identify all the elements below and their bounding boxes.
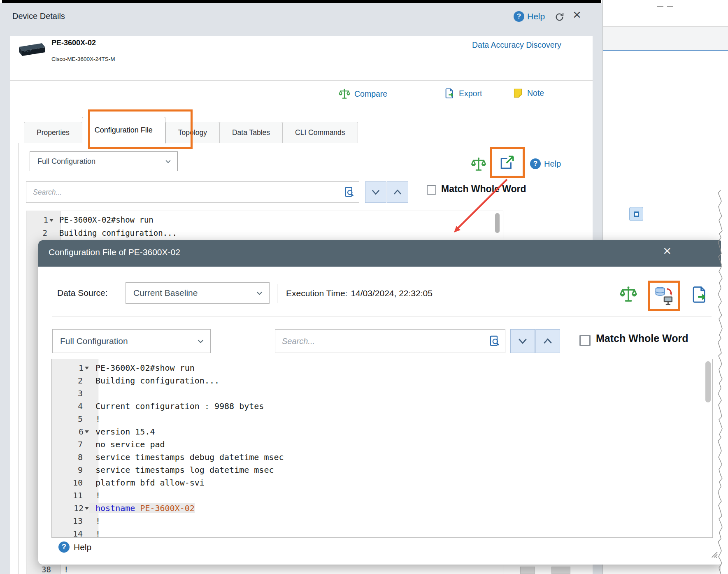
modal-compare-icon[interactable]: [619, 285, 638, 305]
code-text: Current configuration : 9988 bytes: [89, 401, 264, 411]
search-icon[interactable]: [488, 335, 501, 348]
modal-view-select[interactable]: Full Configuration: [52, 329, 211, 353]
code-text: !: [89, 516, 100, 526]
divider: [277, 284, 277, 303]
tab-properties[interactable]: Properties: [24, 122, 82, 143]
modal-view-select-value: Full Configuration: [60, 336, 128, 346]
code-text: service timestamps log datetime msec: [89, 465, 274, 475]
caret-spacer: [84, 455, 89, 459]
line-number: 4: [78, 401, 83, 411]
modal-match-whole-word-checkbox[interactable]: [579, 335, 591, 346]
note-button[interactable]: Note: [512, 88, 544, 99]
fold-caret-icon[interactable]: [49, 219, 53, 222]
code-line-3: 3: [52, 387, 712, 400]
code-line-13: 13!: [52, 514, 712, 527]
scrollbar-thumb[interactable]: [495, 213, 500, 233]
help-icon: ?: [514, 11, 524, 22]
code-line-10: 10platform bfd allow-svi: [52, 476, 712, 489]
database-to-device-icon[interactable]: [654, 285, 675, 307]
compare-scales-icon: [338, 88, 351, 100]
line-number: 11: [73, 490, 83, 500]
data-source-select[interactable]: Current Baseline: [126, 282, 270, 304]
modal-find-next-button[interactable]: [510, 329, 535, 353]
chevron-down-icon: [256, 289, 263, 297]
config-view-select[interactable]: Full Configuration: [30, 151, 178, 171]
data-source-value: Current Baseline: [133, 288, 198, 298]
data-accuracy-discovery-link[interactable]: Data Accuracy Discovery: [472, 40, 561, 50]
code-lines: 1PE-3600X-02#show run2Building configura…: [52, 361, 712, 538]
gutter-cell: 2: [26, 228, 53, 237]
chevron-up-icon: [542, 335, 554, 347]
scrollbar-fragment[interactable]: [520, 567, 535, 574]
config-search-input[interactable]: [26, 188, 343, 197]
config-search-field[interactable]: [26, 181, 359, 203]
tab-label: Configuration File: [95, 126, 153, 135]
export-label: Export: [459, 89, 482, 98]
code-line-12: 12hostname PE-3600X-02: [52, 502, 712, 514]
help-button[interactable]: ? Help: [514, 11, 545, 22]
modal-search-input[interactable]: [275, 337, 488, 346]
code-line-5: 5!: [52, 412, 712, 425]
tab-topology[interactable]: Topology: [165, 122, 219, 143]
line-number: 9: [78, 465, 83, 475]
line-number: 13: [73, 516, 83, 526]
gutter-cell: 14: [52, 529, 89, 538]
gutter-cell: 8: [52, 452, 89, 462]
modal-code-viewer: 1PE-3600X-02#show run2Building configura…: [51, 359, 713, 538]
line-number: 10: [73, 478, 83, 488]
search-icon[interactable]: [343, 186, 356, 198]
line-number: 2: [78, 376, 83, 386]
match-whole-word-label: Match Whole Word: [441, 184, 526, 195]
scrollbar-fragment[interactable]: [551, 567, 570, 574]
caret-spacer: [84, 443, 89, 446]
fold-caret-icon[interactable]: [85, 507, 89, 510]
export-button[interactable]: Export: [444, 88, 482, 99]
modal-close-icon[interactable]: ×: [663, 244, 671, 258]
gutter-cell: 7: [52, 439, 89, 449]
compare-config-icon[interactable]: [470, 156, 487, 174]
gutter-cell: 2: [52, 376, 89, 386]
refresh-icon[interactable]: [554, 12, 565, 23]
gutter-cell: 5: [52, 414, 89, 424]
tab-cli-commands[interactable]: CLI Commands: [282, 122, 358, 143]
modal-search-field[interactable]: [275, 329, 505, 353]
compare-button[interactable]: Compare: [338, 88, 387, 100]
config-help-button[interactable]: ? Help: [530, 158, 561, 169]
chevron-down-icon: [165, 158, 172, 165]
caret-spacer: [84, 494, 89, 497]
modal-header[interactable]: Configuration File of PE-3600X-02 ×: [38, 240, 723, 267]
code-line-1: 1PE-3600X-02#show run: [52, 361, 712, 374]
tab-data-tables[interactable]: Data Tables: [219, 122, 282, 143]
code-line-7: 7no service pad: [52, 438, 712, 451]
find-next-button[interactable]: [365, 181, 386, 203]
resize-handle-icon[interactable]: [709, 549, 718, 560]
modal-find-previous-button[interactable]: [535, 329, 560, 353]
find-previous-button[interactable]: [387, 181, 408, 203]
tab-bar: PropertiesConfiguration FileTopologyData…: [24, 117, 358, 143]
modal-export-icon[interactable]: [690, 285, 709, 306]
fold-caret-icon[interactable]: [85, 367, 89, 369]
export-icon: [444, 88, 455, 99]
caret-spacer: [84, 379, 89, 382]
config-help-label: Help: [544, 159, 561, 169]
open-in-new-window-icon[interactable]: [498, 153, 516, 173]
match-whole-word-checkbox[interactable]: [427, 185, 436, 195]
execution-time-label: Execution Time:: [286, 288, 347, 298]
modal-scrollbar-thumb[interactable]: [705, 361, 711, 402]
line-number: 2: [43, 228, 47, 237]
close-icon[interactable]: ×: [573, 7, 581, 21]
gutter-cell: 11: [52, 490, 89, 500]
code-text: Building configuration...: [53, 228, 177, 237]
tab-label: CLI Commands: [295, 128, 345, 137]
gutter-cell: 12: [52, 503, 89, 513]
divider: [10, 80, 593, 81]
modal-help-button[interactable]: ? Help: [58, 541, 91, 553]
data-source-label: Data Source:: [57, 288, 108, 298]
modal-help-label: Help: [74, 542, 91, 552]
fold-caret-icon[interactable]: [85, 430, 89, 433]
caret-spacer: [84, 532, 89, 535]
tab-configuration-file[interactable]: Configuration File: [82, 117, 165, 144]
panel-toggle-icon[interactable]: [629, 207, 643, 221]
code-text: hostname PE-3600X-02: [89, 503, 195, 513]
side-panel-accent-line: [603, 50, 728, 51]
